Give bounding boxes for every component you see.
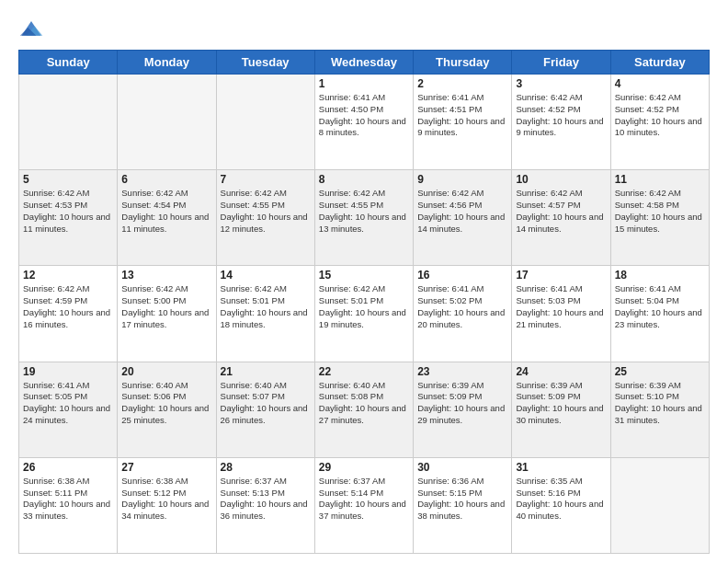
- day-number: 18: [615, 269, 705, 282]
- calendar-cell: 6Sunrise: 6:42 AM Sunset: 4:54 PM Daylig…: [118, 170, 216, 266]
- day-number: 4: [615, 77, 705, 90]
- calendar-cell: [216, 75, 314, 170]
- day-number: 28: [221, 461, 311, 474]
- day-number: 7: [221, 173, 311, 186]
- day-number: 8: [319, 173, 409, 186]
- calendar-cell: 20Sunrise: 6:40 AM Sunset: 5:06 PM Dayli…: [118, 362, 216, 457]
- day-number: 5: [23, 173, 113, 186]
- col-header-wednesday: Wednesday: [314, 51, 413, 75]
- calendar-cell: 2Sunrise: 6:41 AM Sunset: 4:51 PM Daylig…: [414, 75, 512, 170]
- day-info: Sunrise: 6:42 AM Sunset: 4:58 PM Dayligh…: [615, 188, 705, 235]
- calendar-week-row: 12Sunrise: 6:42 AM Sunset: 4:59 PM Dayli…: [19, 266, 710, 362]
- day-info: Sunrise: 6:38 AM Sunset: 5:12 PM Dayligh…: [121, 476, 211, 523]
- day-info: Sunrise: 6:42 AM Sunset: 4:59 PM Dayligh…: [23, 283, 113, 330]
- calendar-cell: 4Sunrise: 6:42 AM Sunset: 4:52 PM Daylig…: [610, 75, 709, 170]
- day-number: 22: [319, 365, 409, 378]
- col-header-thursday: Thursday: [414, 51, 512, 75]
- col-header-sunday: Sunday: [19, 51, 118, 75]
- day-number: 6: [121, 173, 211, 186]
- day-info: Sunrise: 6:40 AM Sunset: 5:08 PM Dayligh…: [319, 380, 409, 427]
- day-info: Sunrise: 6:41 AM Sunset: 5:05 PM Dayligh…: [23, 380, 113, 427]
- day-number: 27: [121, 461, 211, 474]
- day-number: 25: [615, 365, 705, 378]
- day-info: Sunrise: 6:42 AM Sunset: 5:00 PM Dayligh…: [121, 283, 211, 330]
- logo-icon: [18, 15, 44, 40]
- calendar-cell: 18Sunrise: 6:41 AM Sunset: 5:04 PM Dayli…: [610, 266, 709, 362]
- day-number: 15: [319, 269, 409, 282]
- calendar-cell: 11Sunrise: 6:42 AM Sunset: 4:58 PM Dayli…: [610, 170, 709, 266]
- day-number: 13: [121, 269, 211, 282]
- calendar-week-row: 19Sunrise: 6:41 AM Sunset: 5:05 PM Dayli…: [19, 362, 710, 457]
- calendar-cell: 22Sunrise: 6:40 AM Sunset: 5:08 PM Dayli…: [314, 362, 413, 457]
- calendar-cell: 1Sunrise: 6:41 AM Sunset: 4:50 PM Daylig…: [314, 75, 413, 170]
- day-info: Sunrise: 6:37 AM Sunset: 5:13 PM Dayligh…: [221, 476, 311, 523]
- day-info: Sunrise: 6:41 AM Sunset: 4:50 PM Dayligh…: [319, 92, 409, 139]
- calendar-cell: 26Sunrise: 6:38 AM Sunset: 5:11 PM Dayli…: [19, 457, 118, 553]
- day-number: 1: [319, 77, 409, 90]
- day-number: 17: [516, 269, 606, 282]
- day-info: Sunrise: 6:41 AM Sunset: 4:51 PM Dayligh…: [417, 92, 507, 139]
- calendar-cell: 31Sunrise: 6:35 AM Sunset: 5:16 PM Dayli…: [512, 457, 610, 553]
- calendar-cell: 27Sunrise: 6:38 AM Sunset: 5:12 PM Dayli…: [118, 457, 216, 553]
- day-number: 23: [417, 365, 507, 378]
- day-info: Sunrise: 6:39 AM Sunset: 5:10 PM Dayligh…: [615, 380, 705, 427]
- day-number: 14: [221, 269, 311, 282]
- day-number: 19: [23, 365, 113, 378]
- day-info: Sunrise: 6:42 AM Sunset: 4:54 PM Dayligh…: [121, 188, 211, 235]
- day-number: 3: [516, 77, 606, 90]
- day-info: Sunrise: 6:41 AM Sunset: 5:04 PM Dayligh…: [615, 283, 705, 330]
- calendar-cell: 29Sunrise: 6:37 AM Sunset: 5:14 PM Dayli…: [314, 457, 413, 553]
- day-info: Sunrise: 6:42 AM Sunset: 4:52 PM Dayligh…: [516, 92, 606, 139]
- header: [18, 15, 710, 40]
- calendar-week-row: 26Sunrise: 6:38 AM Sunset: 5:11 PM Dayli…: [19, 457, 710, 553]
- calendar-cell: 24Sunrise: 6:39 AM Sunset: 5:09 PM Dayli…: [512, 362, 610, 457]
- day-info: Sunrise: 6:41 AM Sunset: 5:02 PM Dayligh…: [417, 283, 507, 330]
- day-info: Sunrise: 6:42 AM Sunset: 4:55 PM Dayligh…: [319, 188, 409, 235]
- calendar-cell: 30Sunrise: 6:36 AM Sunset: 5:15 PM Dayli…: [414, 457, 512, 553]
- calendar-cell: 25Sunrise: 6:39 AM Sunset: 5:10 PM Dayli…: [610, 362, 709, 457]
- day-number: 20: [121, 365, 211, 378]
- day-number: 9: [417, 173, 507, 186]
- calendar-cell: 3Sunrise: 6:42 AM Sunset: 4:52 PM Daylig…: [512, 75, 610, 170]
- calendar-cell: [610, 457, 709, 553]
- calendar-week-row: 5Sunrise: 6:42 AM Sunset: 4:53 PM Daylig…: [19, 170, 710, 266]
- calendar-cell: 28Sunrise: 6:37 AM Sunset: 5:13 PM Dayli…: [216, 457, 314, 553]
- col-header-friday: Friday: [512, 51, 610, 75]
- day-number: 24: [516, 365, 606, 378]
- day-info: Sunrise: 6:38 AM Sunset: 5:11 PM Dayligh…: [23, 476, 113, 523]
- calendar-cell: 17Sunrise: 6:41 AM Sunset: 5:03 PM Dayli…: [512, 266, 610, 362]
- col-header-monday: Monday: [118, 51, 216, 75]
- col-header-tuesday: Tuesday: [216, 51, 314, 75]
- day-number: 21: [221, 365, 311, 378]
- day-info: Sunrise: 6:41 AM Sunset: 5:03 PM Dayligh…: [516, 283, 606, 330]
- calendar-cell: 7Sunrise: 6:42 AM Sunset: 4:55 PM Daylig…: [216, 170, 314, 266]
- calendar-week-row: 1Sunrise: 6:41 AM Sunset: 4:50 PM Daylig…: [19, 75, 710, 170]
- calendar-cell: [118, 75, 216, 170]
- day-info: Sunrise: 6:42 AM Sunset: 4:56 PM Dayligh…: [417, 188, 507, 235]
- calendar-cell: 13Sunrise: 6:42 AM Sunset: 5:00 PM Dayli…: [118, 266, 216, 362]
- calendar-cell: 15Sunrise: 6:42 AM Sunset: 5:01 PM Dayli…: [314, 266, 413, 362]
- day-number: 12: [23, 269, 113, 282]
- calendar-cell: 9Sunrise: 6:42 AM Sunset: 4:56 PM Daylig…: [414, 170, 512, 266]
- day-number: 29: [319, 461, 409, 474]
- day-number: 16: [417, 269, 507, 282]
- day-number: 10: [516, 173, 606, 186]
- day-info: Sunrise: 6:42 AM Sunset: 4:53 PM Dayligh…: [23, 188, 113, 235]
- day-info: Sunrise: 6:42 AM Sunset: 4:52 PM Dayligh…: [615, 92, 705, 139]
- calendar-cell: 8Sunrise: 6:42 AM Sunset: 4:55 PM Daylig…: [314, 170, 413, 266]
- day-info: Sunrise: 6:36 AM Sunset: 5:15 PM Dayligh…: [417, 476, 507, 523]
- page: SundayMondayTuesdayWednesdayThursdayFrid…: [0, 0, 728, 563]
- day-info: Sunrise: 6:40 AM Sunset: 5:07 PM Dayligh…: [221, 380, 311, 427]
- day-number: 30: [417, 461, 507, 474]
- calendar-cell: 5Sunrise: 6:42 AM Sunset: 4:53 PM Daylig…: [19, 170, 118, 266]
- calendar-header-row: SundayMondayTuesdayWednesdayThursdayFrid…: [19, 51, 710, 75]
- calendar-cell: [19, 75, 118, 170]
- day-number: 11: [615, 173, 705, 186]
- day-info: Sunrise: 6:35 AM Sunset: 5:16 PM Dayligh…: [516, 476, 606, 523]
- calendar-cell: 16Sunrise: 6:41 AM Sunset: 5:02 PM Dayli…: [414, 266, 512, 362]
- calendar-cell: 21Sunrise: 6:40 AM Sunset: 5:07 PM Dayli…: [216, 362, 314, 457]
- calendar-cell: 10Sunrise: 6:42 AM Sunset: 4:57 PM Dayli…: [512, 170, 610, 266]
- day-info: Sunrise: 6:40 AM Sunset: 5:06 PM Dayligh…: [121, 380, 211, 427]
- day-info: Sunrise: 6:39 AM Sunset: 5:09 PM Dayligh…: [417, 380, 507, 427]
- col-header-saturday: Saturday: [610, 51, 709, 75]
